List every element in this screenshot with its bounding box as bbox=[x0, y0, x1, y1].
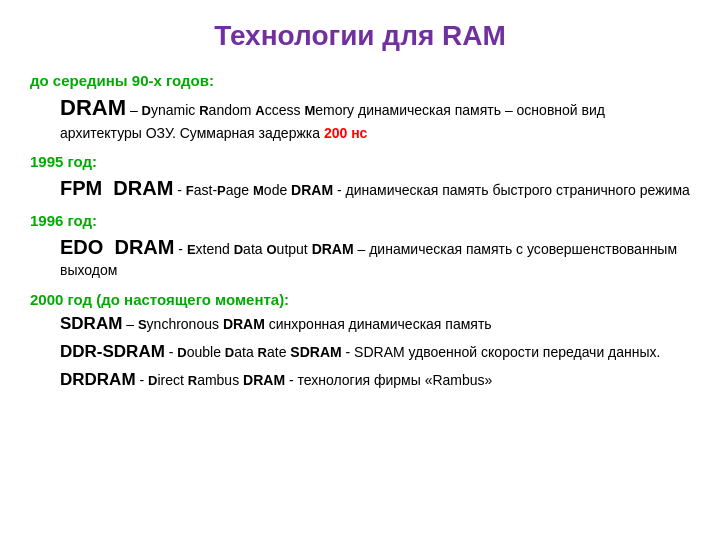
fpm-dram-desc: - Fast-Page Mode DRAM - динамическая пам… bbox=[177, 182, 690, 198]
drdram-desc: - Direct Rambus DRAM - технология фирмы … bbox=[139, 372, 492, 388]
year-label-2: 1995 год: bbox=[30, 153, 690, 170]
ddr-sdram-desc: - Double Data Rate SDRAM - SDRAM удвоенн… bbox=[169, 344, 661, 360]
year-label-1: до середины 90-х годов: bbox=[30, 72, 690, 89]
year-label-4: 2000 год (до настоящего момента): bbox=[30, 291, 690, 308]
entry-dram: DRAM – Dynamic Random Access Memory дина… bbox=[30, 93, 690, 143]
drdram-label: DRDRAM bbox=[60, 370, 136, 389]
entry-fpm-dram: FPM DRAM - Fast-Page Mode DRAM - динамич… bbox=[30, 174, 690, 202]
edo-dram-label: EDO DRAM bbox=[60, 236, 174, 258]
section-3: 1996 год: EDO DRAM - Extend Data Output … bbox=[30, 206, 690, 285]
ddr-sdram-label: DDR-SDRAM bbox=[60, 342, 165, 361]
section-1: до середины 90-х годов: DRAM – Dynamic R… bbox=[30, 66, 690, 147]
entry-sdram: SDRAM – Synchronous DRAM синхронная дина… bbox=[30, 312, 690, 336]
entry-edo-dram: EDO DRAM - Extend Data Output DRAM – дин… bbox=[30, 233, 690, 281]
dram-highlight: 200 нс bbox=[324, 125, 368, 141]
sdram-label: SDRAM bbox=[60, 314, 122, 333]
slide: Технологии для RAM до середины 90-х годо… bbox=[0, 0, 720, 540]
fpm-dram-label: FPM DRAM bbox=[60, 177, 173, 199]
year-label-3: 1996 год: bbox=[30, 212, 690, 229]
section-2: 1995 год: FPM DRAM - Fast-Page Mode DRAM… bbox=[30, 147, 690, 206]
sdram-desc: – Synchronous DRAM синхронная динамическ… bbox=[126, 316, 491, 332]
entry-ddr-sdram: DDR-SDRAM - Double Data Rate SDRAM - SDR… bbox=[30, 340, 690, 364]
slide-title: Технологии для RAM bbox=[30, 20, 690, 52]
dram-label: DRAM bbox=[60, 95, 126, 120]
entry-drdram: DRDRAM - Direct Rambus DRAM - технология… bbox=[30, 368, 690, 392]
section-4: 2000 год (до настоящего момента): SDRAM … bbox=[30, 285, 690, 395]
